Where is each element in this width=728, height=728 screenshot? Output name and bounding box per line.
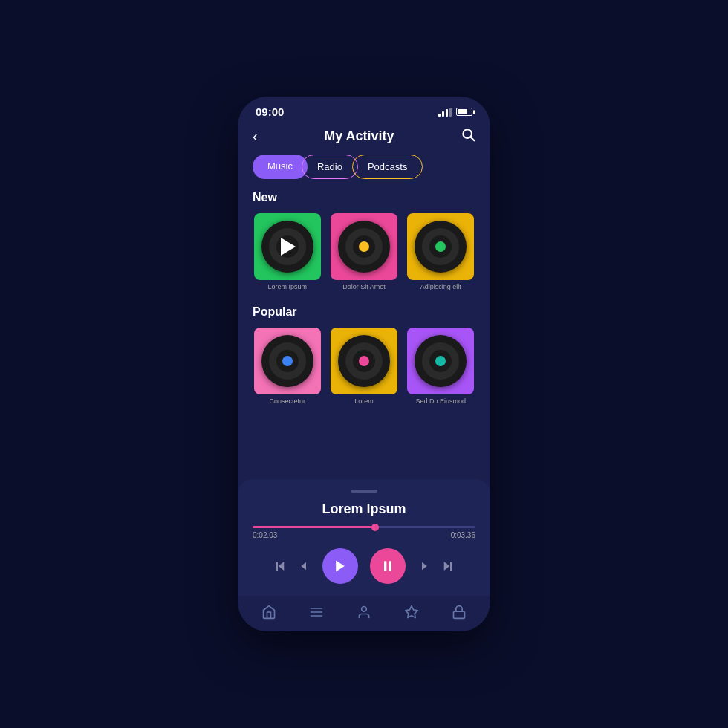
progress-thumb (371, 524, 379, 531)
nav-lock[interactable] (452, 605, 467, 620)
list-item[interactable]: Lorem Ipsum (253, 213, 322, 290)
list-item[interactable]: Adipiscing elit (406, 213, 475, 290)
vinyl-center (359, 241, 369, 252)
album-cover (254, 213, 321, 280)
list-item[interactable]: Lorem (329, 328, 398, 405)
album-cover (254, 328, 321, 394)
album-cover (407, 213, 474, 280)
battery-icon (456, 108, 472, 116)
progress-fill (253, 526, 375, 528)
tab-podcasts[interactable]: Podcasts (352, 155, 423, 179)
vinyl-record (338, 335, 390, 387)
album-cover (407, 328, 474, 394)
progress-container[interactable]: 0:02.03 0:03.36 (253, 526, 475, 539)
back-button[interactable]: ‹ (253, 128, 258, 145)
phone-frame: 09:00 ‹ My Activity Music Radio Pod (238, 97, 490, 631)
status-time: 09:00 (256, 105, 284, 118)
album-label: Lorem (354, 397, 374, 405)
vinyl-center (435, 356, 446, 366)
top-nav: ‹ My Activity (238, 124, 490, 155)
vinyl-record (415, 221, 467, 273)
svg-rect-7 (389, 561, 391, 571)
new-album-grid: Lorem Ipsum Dolor Sit Amet Adipisc (253, 213, 475, 290)
vinyl-record (338, 221, 390, 273)
section-title-popular: Popular (253, 305, 475, 319)
player-handle (351, 490, 377, 493)
album-label: Sed Do Eiusmod (416, 397, 467, 405)
time-labels: 0:02.03 0:03.36 (253, 531, 475, 539)
rewind-button[interactable] (299, 560, 311, 572)
svg-marker-15 (406, 606, 418, 618)
list-item[interactable]: Sed Do Eiusmod (406, 328, 475, 405)
svg-marker-4 (301, 562, 306, 571)
tab-radio[interactable]: Radio (302, 155, 358, 179)
total-time: 0:03.36 (451, 531, 475, 539)
list-item[interactable]: Consectetur (253, 328, 322, 405)
vinyl-center (435, 241, 446, 252)
nav-menu[interactable] (309, 605, 324, 620)
player-panel: Lorem Ipsum 0:02.03 0:03.36 (238, 479, 490, 596)
skip-forward-end-button[interactable] (441, 559, 455, 573)
svg-marker-9 (444, 562, 450, 571)
page-title: My Activity (324, 129, 394, 144)
svg-marker-5 (336, 561, 345, 572)
list-item[interactable]: Dolor Sit Amet (329, 213, 398, 290)
player-controls (253, 548, 475, 584)
album-cover (331, 213, 397, 280)
fast-forward-button[interactable] (417, 560, 429, 572)
scroll-content: New Lorem Ipsum (238, 191, 490, 479)
album-label: Adipiscing elit (420, 283, 461, 290)
pause-button[interactable] (370, 548, 406, 584)
tab-music[interactable]: Music (253, 155, 308, 179)
nav-favorites[interactable] (404, 605, 419, 620)
section-title-new: New (253, 191, 475, 204)
nav-profile[interactable] (357, 605, 371, 620)
status-bar: 09:00 (238, 97, 490, 124)
svg-rect-6 (384, 561, 386, 571)
album-label: Dolor Sit Amet (342, 283, 386, 290)
svg-marker-8 (422, 562, 427, 571)
vinyl-record (261, 335, 313, 387)
svg-rect-10 (450, 562, 452, 571)
vinyl-center (359, 356, 369, 366)
svg-point-14 (362, 607, 367, 612)
progress-bar (253, 526, 475, 528)
play-icon (277, 236, 298, 257)
play-button[interactable] (322, 548, 358, 584)
search-button[interactable] (461, 127, 475, 146)
current-time: 0:02.03 (253, 531, 277, 539)
tabs-bar: Music Radio Podcasts (238, 155, 490, 191)
album-label: Consectetur (269, 397, 305, 405)
vinyl-record (261, 221, 313, 273)
album-cover (331, 328, 397, 394)
signal-icon (438, 108, 452, 117)
nav-home[interactable] (261, 605, 276, 620)
vinyl-record (415, 335, 467, 387)
vinyl-center (282, 356, 293, 366)
svg-line-1 (471, 137, 475, 141)
svg-marker-2 (279, 562, 285, 571)
skip-back-start-button[interactable] (273, 559, 287, 573)
popular-album-grid: Consectetur Lorem Sed Do Eiusmod (253, 328, 475, 405)
bottom-nav (238, 596, 490, 631)
album-label: Lorem Ipsum (267, 283, 307, 290)
svg-rect-3 (276, 562, 278, 571)
svg-rect-16 (454, 611, 465, 618)
status-icons (438, 108, 472, 117)
player-track-title: Lorem Ipsum (253, 501, 475, 517)
